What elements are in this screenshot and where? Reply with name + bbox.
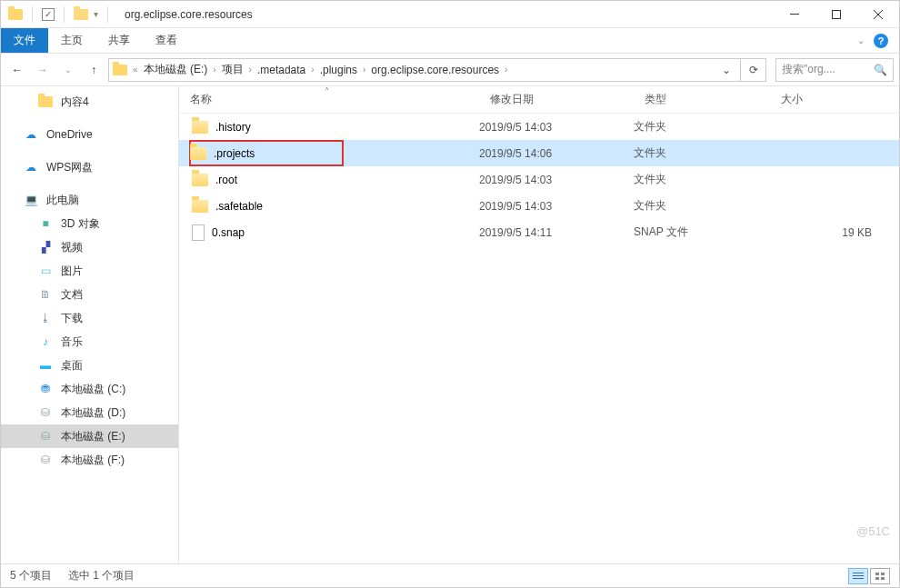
- view-switcher: [848, 568, 890, 584]
- navigation-pane[interactable]: 内容4☁OneDrive☁WPS网盘💻此电脑■3D 对象▞视频▭图片🗎文档⭳下载…: [1, 86, 178, 563]
- sidebar-item-label: 此电脑: [46, 193, 79, 208]
- cell-type: 文件夹: [634, 119, 770, 135]
- ribbon-expand-icon[interactable]: ⌄: [857, 35, 865, 45]
- close-button[interactable]: [857, 1, 899, 28]
- sidebar-item[interactable]: ⛃本地磁盘 (C:): [1, 377, 178, 401]
- column-size[interactable]: 大小: [770, 92, 899, 107]
- crumb-item[interactable]: .plugins: [316, 64, 361, 76]
- chevron-right-icon[interactable]: ›: [211, 65, 217, 75]
- sidebar-item-label: OneDrive: [46, 128, 93, 141]
- cloud-icon: ☁: [23, 126, 39, 143]
- crumb-item[interactable]: org.eclipse.core.resources: [367, 64, 503, 76]
- cell-type: SNAP 文件: [634, 224, 770, 240]
- cell-name: 0.snap: [190, 220, 479, 244]
- tab-file[interactable]: 文件: [1, 28, 48, 53]
- tab-home[interactable]: 主页: [48, 28, 95, 53]
- chevron-right-icon[interactable]: ›: [247, 65, 254, 75]
- status-selection: 选中 1 个项目: [68, 568, 135, 583]
- sidebar-item[interactable]: ▞视频: [1, 235, 178, 259]
- chevron-right-icon[interactable]: ›: [309, 65, 315, 75]
- svg-rect-9: [875, 577, 879, 580]
- chevron-right-icon[interactable]: ›: [503, 65, 509, 75]
- sidebar-item-label: 文档: [61, 287, 83, 303]
- column-date[interactable]: 修改日期: [479, 92, 634, 107]
- chevron-right-icon[interactable]: ›: [361, 65, 367, 75]
- sidebar-item[interactable]: ☁WPS网盘: [1, 155, 178, 179]
- sidebar-item-label: 视频: [61, 240, 83, 255]
- sidebar-item[interactable]: ⛁本地磁盘 (D:): [1, 401, 178, 424]
- sidebar-item[interactable]: ⛁本地磁盘 (E:): [1, 424, 178, 448]
- qat-properties-button[interactable]: [42, 8, 55, 21]
- sidebar-item-label: 3D 对象: [61, 216, 100, 232]
- cell-name: .history: [190, 115, 479, 139]
- main-area: 内容4☁OneDrive☁WPS网盘💻此电脑■3D 对象▞视频▭图片🗎文档⭳下载…: [1, 86, 899, 563]
- svg-rect-0: [790, 14, 799, 15]
- qat-dropdown-icon[interactable]: ▾: [94, 9, 98, 19]
- search-icon: 🔍: [874, 64, 887, 76]
- sidebar-item[interactable]: 💻此电脑: [1, 188, 178, 212]
- chevron-right-icon[interactable]: «: [131, 65, 140, 75]
- ribbon-right: ⌄ ?: [846, 28, 899, 53]
- folder-icon: [37, 94, 54, 110]
- file-row[interactable]: 0.snap2019/9/5 14:11SNAP 文件19 KB: [179, 219, 899, 245]
- column-type[interactable]: 类型: [634, 92, 770, 107]
- sidebar-item-label: 本地磁盘 (D:): [61, 405, 125, 421]
- breadcrumb-root-icon[interactable]: [113, 65, 127, 75]
- tab-share[interactable]: 共享: [95, 28, 143, 53]
- file-row[interactable]: .history2019/9/5 14:03文件夹: [179, 114, 899, 140]
- breadcrumb-dropdown-icon[interactable]: ⌄: [716, 64, 736, 76]
- svg-rect-6: [853, 578, 864, 579]
- file-row[interactable]: .root2019/9/5 14:03文件夹: [179, 166, 899, 193]
- watermark: @51C: [856, 524, 890, 538]
- sidebar-item[interactable]: ■3D 对象: [1, 212, 178, 235]
- sidebar-item[interactable]: ⛁本地磁盘 (F:): [1, 448, 178, 472]
- sidebar-item-label: WPS网盘: [46, 160, 93, 175]
- crumb-item[interactable]: 本地磁盘 (E:): [140, 62, 212, 77]
- sidebar-item-label: 图片: [61, 264, 83, 279]
- column-headers: 名称 ˄ 修改日期 类型 大小: [179, 86, 899, 114]
- folder-icon: [192, 121, 208, 134]
- sidebar-item[interactable]: ♪音乐: [1, 330, 178, 354]
- breadcrumb[interactable]: « 本地磁盘 (E:) › 项目 › .metadata › .plugins …: [108, 58, 741, 82]
- minimize-button[interactable]: [774, 1, 815, 28]
- sidebar-item[interactable]: ☁OneDrive: [1, 123, 178, 146]
- tab-view[interactable]: 查看: [143, 28, 190, 53]
- sidebar-item[interactable]: ▭图片: [1, 259, 178, 283]
- help-icon[interactable]: ?: [874, 34, 888, 48]
- nav-back-button[interactable]: ←: [6, 59, 28, 81]
- sidebar-item-label: 本地磁盘 (F:): [61, 453, 125, 468]
- nav-recent-dropdown[interactable]: ⌄: [57, 59, 79, 81]
- sidebar-item[interactable]: 🗎文档: [1, 283, 178, 306]
- pic-icon: ▭: [37, 263, 54, 279]
- refresh-button[interactable]: ⟳: [741, 58, 766, 82]
- view-details-button[interactable]: [848, 568, 868, 584]
- separator: [32, 6, 33, 23]
- file-list[interactable]: .history2019/9/5 14:03文件夹.projects2019/9…: [179, 114, 899, 563]
- svg-rect-5: [853, 575, 864, 576]
- cell-date: 2019/9/5 14:03: [479, 174, 634, 186]
- maximize-button[interactable]: [815, 1, 857, 28]
- crumb-item[interactable]: 项目: [218, 62, 247, 77]
- sidebar-item[interactable]: 内容4: [1, 90, 178, 114]
- file-name-label: 0.snap: [212, 226, 245, 239]
- doc-icon: 🗎: [37, 286, 54, 303]
- separator: [64, 6, 65, 23]
- sidebar-item[interactable]: ⭳下载: [1, 306, 178, 330]
- download-icon: ⭳: [37, 310, 54, 326]
- nav-up-button[interactable]: ↑: [83, 59, 105, 81]
- navigation-bar: ← → ⌄ ↑ « 本地磁盘 (E:) › 项目 › .metadata › .…: [1, 54, 899, 86]
- nav-forward-button[interactable]: →: [32, 59, 54, 81]
- status-bar: 5 个项目 选中 1 个项目: [1, 563, 899, 587]
- crumb-item[interactable]: .metadata: [254, 64, 309, 76]
- file-row[interactable]: .safetable2019/9/5 14:03文件夹: [179, 193, 899, 219]
- cell-name: .projects: [190, 141, 479, 165]
- pc-icon: 💻: [23, 192, 39, 208]
- drive-c-icon: ⛃: [37, 381, 54, 397]
- view-large-icons-button[interactable]: [870, 568, 890, 584]
- sidebar-item[interactable]: ▬桌面: [1, 354, 178, 377]
- column-name[interactable]: 名称: [179, 92, 479, 107]
- qat-open-button[interactable]: [74, 9, 88, 20]
- search-input[interactable]: 搜索"org.... 🔍: [775, 58, 894, 82]
- app-icon[interactable]: [8, 9, 23, 20]
- file-row[interactable]: .projects2019/9/5 14:06文件夹: [179, 140, 899, 166]
